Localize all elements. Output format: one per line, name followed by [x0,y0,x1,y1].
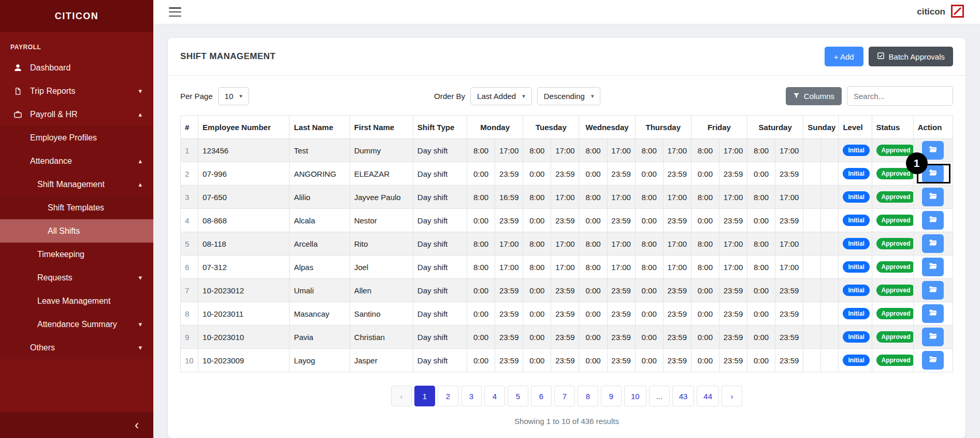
shift-time-cell: 23:59 [663,209,691,232]
pagination-page-5[interactable]: 5 [508,386,528,406]
action-cell [913,302,953,326]
shift-time-cell: 0:00 [691,349,719,372]
batch-approvals-button[interactable]: Batch Approvals [869,47,953,66]
order-direction-select[interactable]: Descending ▾ [537,87,601,105]
shift-time-cell: 0:00 [523,279,551,302]
shift-time-cell: 8:00 [523,232,551,256]
briefcase-icon [12,110,23,119]
order-by-value: Last Added [477,92,516,101]
search-input[interactable] [847,86,953,106]
view-shifts-button[interactable] [922,211,944,230]
shift-time-cell: 8:00 [467,139,495,162]
action-cell [913,279,953,302]
shift-time-cell [821,186,839,209]
column-header-action: Action [913,116,953,139]
table-row: 910-2023010PaviaChristianDay shift0:0023… [181,326,953,349]
shift-time-cell: 8:00 [635,256,663,279]
shift-time-cell: 17:00 [775,139,803,162]
shift-time-cell: 8:00 [747,232,775,256]
pagination-page-8[interactable]: 8 [578,386,598,406]
shift-time-cell: 0:00 [691,209,719,232]
pagination-page-44[interactable]: 44 [697,386,719,406]
shift-time-cell: 0:00 [747,162,775,186]
shift-time-cell [803,186,821,209]
pagination-page-6[interactable]: 6 [531,386,552,406]
pagination-prev[interactable]: ‹ [391,386,412,406]
shift-time-cell: 8:00 [523,256,551,279]
folder-open-icon [929,216,938,225]
view-shifts-button[interactable] [922,188,944,206]
status-badge: Approved [876,238,914,249]
action-cell [913,326,953,349]
pagination-page-1[interactable]: 1 [414,386,435,406]
view-shifts-button[interactable] [922,281,944,300]
view-shifts-button[interactable] [922,234,944,253]
shift-time-cell: 23:59 [607,302,635,326]
view-shifts-button[interactable] [922,328,944,346]
sidebar-item-timekeeping[interactable]: Timekeeping [0,243,153,266]
shift-time-cell [803,139,821,162]
status-cell: Approved [872,232,913,256]
sidebar-item-all-shifts[interactable]: All Shifts [0,219,153,243]
shift-time-cell: 0:00 [523,326,551,349]
shift-time-cell: 0:00 [579,349,607,372]
sidebar-item-shift-management[interactable]: Shift Management▴ [0,173,153,196]
order-by-select[interactable]: Last Added ▾ [470,87,532,105]
column-header-tuesday: Tuesday [523,116,579,139]
sidebar-item-dashboard[interactable]: Dashboard [0,56,153,79]
last-name-cell: ANGORING [290,162,350,186]
table-row: 607-312AlpasJoelDay shift8:0017:008:0017… [181,256,953,279]
add-button[interactable]: + Add [825,47,863,66]
shift-type-cell: Day shift [413,326,467,349]
sidebar-item-trip-reports[interactable]: Trip Reports▾ [0,79,153,103]
view-shifts-button[interactable] [922,304,944,323]
sidebar-collapse-button[interactable]: ‹ [0,412,153,438]
status-cell: Approved [872,186,913,209]
table-row: 207-996ANGORINGELEAZARDay shift0:0023:59… [181,162,953,186]
pagination-next[interactable]: › [722,386,742,406]
sidebar-item-attendance[interactable]: Attendance▴ [0,149,153,173]
first-name-cell: Joel [350,256,413,279]
sidebar-item-requests[interactable]: Requests▾ [0,266,153,289]
sidebar-item-employee-profiles[interactable]: Employee Profiles [0,126,153,149]
per-page-select[interactable]: 10 ▾ [218,87,249,105]
pagination-page-4[interactable]: 4 [484,386,505,406]
shift-time-cell: 8:00 [747,256,775,279]
view-shifts-button[interactable] [922,351,944,370]
sidebar-brand: CITICON [0,0,153,32]
columns-button[interactable]: Columns [786,87,842,105]
shift-time-cell: 8:00 [523,186,551,209]
pagination-page-10[interactable]: 10 [624,386,646,406]
shift-time-cell: 0:00 [635,326,663,349]
shift-time-cell: 8:00 [635,186,663,209]
sidebar-item-leave-management[interactable]: Leave Management [0,289,153,313]
employee-number-cell: 10-2023012 [198,279,290,302]
action-cell [913,349,953,372]
view-shifts-button[interactable] [922,258,944,276]
hamburger-menu-icon[interactable] [169,7,181,17]
shift-time-cell [821,349,839,372]
pagination-page-2[interactable]: 2 [438,386,458,406]
sidebar-item-payroll-hr[interactable]: Payroll & HR▴ [0,103,153,126]
sidebar: CITICON PAYROLL DashboardTrip Reports▾Pa… [0,0,153,438]
last-name-cell: Test [290,139,350,162]
shift-time-cell: 0:00 [523,209,551,232]
add-button-label: + Add [834,52,854,61]
topbar: citicon [153,0,980,24]
chevron-down-icon: ▾ [138,344,142,351]
pagination-page-43[interactable]: 43 [672,386,695,406]
pagination-page-7[interactable]: 7 [554,386,575,406]
sidebar-item-attendance-summary[interactable]: Attendance Summary▾ [0,313,153,336]
pagination-page-3[interactable]: 3 [461,386,482,406]
sidebar-item-others[interactable]: Others▾ [0,336,153,359]
sidebar-item-shift-templates[interactable]: Shift Templates [0,196,153,219]
shift-time-cell: 23:59 [495,162,523,186]
shift-time-cell: 17:00 [719,186,747,209]
batch-approvals-label: Batch Approvals [889,52,945,61]
pagination-page-9[interactable]: 9 [601,386,622,406]
level-badge: Initial [843,145,869,156]
sidebar-item-label: Attendance [30,157,72,166]
last-name-cell: Layog [290,349,350,372]
column-header-level: Level [839,116,872,139]
level-badge: Initial [843,285,869,296]
